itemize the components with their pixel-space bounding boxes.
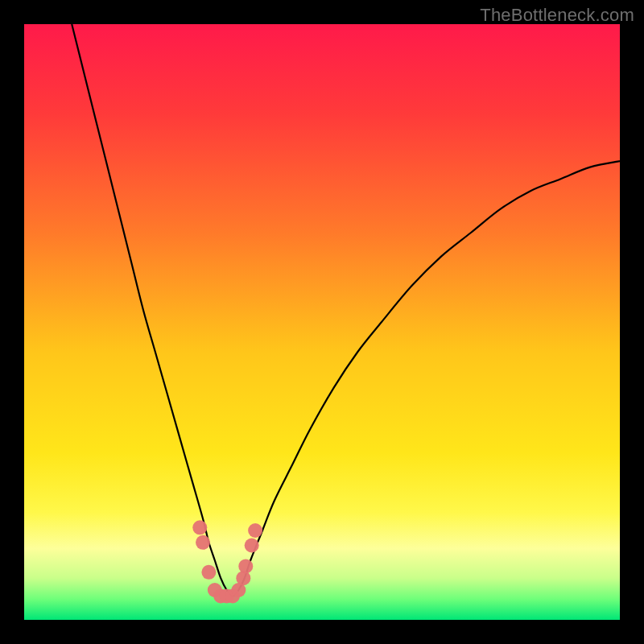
svg-point-3 xyxy=(201,565,216,580)
bottleneck-curve xyxy=(72,24,620,596)
plot-area xyxy=(24,24,620,620)
svg-point-1 xyxy=(192,520,207,535)
watermark-text: TheBottleneck.com xyxy=(480,5,634,26)
svg-point-10 xyxy=(238,559,253,573)
svg-point-12 xyxy=(248,523,262,538)
outer-frame: TheBottleneck.com xyxy=(0,0,644,644)
dot-cluster xyxy=(192,520,262,603)
svg-point-11 xyxy=(245,539,259,553)
chart-svg xyxy=(24,24,620,620)
svg-point-2 xyxy=(196,535,210,550)
svg-point-9 xyxy=(236,571,250,585)
